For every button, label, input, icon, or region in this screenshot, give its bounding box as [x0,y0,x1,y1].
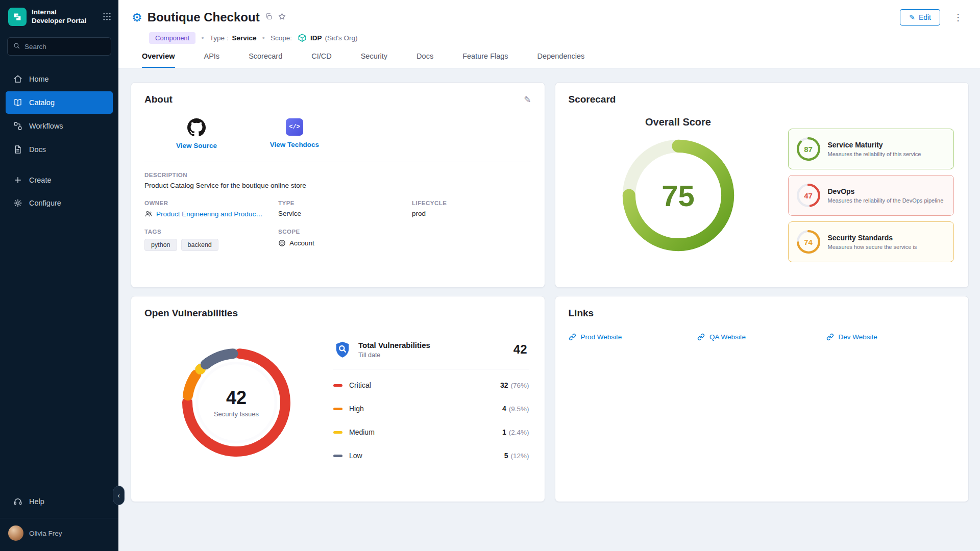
about-edit-pencil-icon[interactable]: ✎ [524,94,531,105]
link-dev-website[interactable]: Dev Website [826,333,955,341]
sidebar-item-docs[interactable]: Docs [6,138,113,161]
edit-button[interactable]: ✎ Edit [900,9,940,26]
vulnerabilities-center-label: Security Issues [214,410,259,418]
app-title: Internal Developer Portal [32,8,97,26]
owner-link[interactable]: Product Engineering and Product... [156,210,263,218]
scorecard-title: Scorecard [569,94,616,105]
check-desc: Measures how secure the service is [828,244,917,250]
tab-security[interactable]: Security [361,52,387,68]
sidebar-item-configure[interactable]: Configure [6,192,113,214]
tab-dependencies[interactable]: Dependencies [537,52,585,68]
scope-section: SCOPE Account [278,229,412,251]
sidebar-item-label: Help [29,497,44,506]
sidebar-item-label: Create [29,176,52,184]
about-divider [144,162,531,162]
tab-scorecard[interactable]: Scorecard [249,52,282,68]
component-badge[interactable]: Component [149,32,195,44]
about-meta-grid: OWNER Product Engineering and Product...… [144,200,531,218]
sidebar-collapse-button[interactable]: ‹ [113,486,125,505]
tab-cicd[interactable]: CI/CD [311,52,331,68]
link-qa-website[interactable]: QA Website [697,333,826,341]
description-label: DESCRIPTION [144,172,531,178]
about-tags-grid: TAGS python backend SCOPE Account [144,229,531,251]
sidebar-item-label: Home [29,75,49,83]
tab-apis[interactable]: APIs [204,52,220,68]
link-prod-website[interactable]: Prod Website [569,333,698,341]
dot-separator: ● [201,35,204,40]
type-section: TYPE Service [278,200,412,218]
component-gear-icon: ⚙ [132,12,142,23]
sidebar-item-workflows[interactable]: Workflows [6,115,113,137]
severity-dash-icon [333,431,342,434]
link-icon [569,333,576,341]
tab-overview[interactable]: Overview [142,52,175,68]
kebab-menu-icon[interactable]: ⋮ [950,12,966,23]
vulnerabilities-summary: Total Vulnerabilities Till date 42 [333,340,529,359]
check-service-maturity[interactable]: 87 Service Maturity Measures the reliabi… [788,129,954,169]
star-icon[interactable] [278,12,286,23]
check-security-standards[interactable]: 74 Security Standards Measures how secur… [788,221,954,262]
avatar [8,525,23,541]
account-scope-icon [278,239,286,247]
owner-label: OWNER [144,200,278,206]
sidebar-item-home[interactable]: Home [6,68,113,90]
vulnerabilities-divider [333,369,529,369]
home-icon [13,74,22,84]
overall-score-label: Overall Score [645,116,711,128]
link-icon [826,333,834,341]
catalog-book-icon [13,98,22,107]
view-source-link[interactable]: View Source [164,118,229,149]
check-devops[interactable]: 47 DevOps Measures the reliability of th… [788,175,954,216]
app-root: Internal Developer Portal Home Catalog W… [0,0,980,551]
description-section: DESCRIPTION Product Catalog Service for … [144,172,531,189]
sidebar-bottom: Help Olivia Frey [0,490,118,551]
sidebar-item-create[interactable]: Create [6,169,113,191]
help-headset-icon [13,497,22,506]
entity-meta-row: Component ● Type : Service ● Scope: IDP … [149,31,966,44]
severity-dash-icon [333,455,342,457]
overall-score-value: 75 [662,179,695,213]
tag-chip[interactable]: python [144,239,177,251]
tab-docs[interactable]: Docs [416,52,433,68]
vulnerabilities-donut: 42 Security Issues [175,341,298,464]
scorecard-card: Scorecard Overall Score [555,82,969,288]
vulnerabilities-summary-total: 42 [513,342,529,357]
check-name: Security Standards [828,234,917,242]
sidebar-search[interactable] [7,37,111,56]
sidebar-item-label: Docs [29,145,46,154]
type-label: TYPE [278,200,412,206]
github-icon [187,118,206,137]
overall-score-donut: 75 [619,136,738,255]
tags-section: TAGS python backend [144,229,278,251]
scope-label: Scope: [271,34,292,42]
severity-dash-icon [333,408,342,410]
logo-glyph [12,11,23,22]
main-area: ⚙ Boutique Checkout ✎ Edit ⋮ Component ● [118,0,980,551]
view-techdocs-link[interactable]: </> View Techdocs [262,118,327,149]
check-desc: Measures the reliability of this service [828,151,921,157]
check-score: 47 [796,183,821,208]
copy-icon[interactable] [265,13,273,22]
tag-chip[interactable]: backend [181,239,218,251]
view-source-label: View Source [176,142,217,149]
sidebar-item-help[interactable]: Help [6,490,113,513]
links-title: Links [569,308,594,319]
tab-feature-flags[interactable]: Feature Flags [462,52,508,68]
page-title: Boutique Checkout [148,10,260,24]
vulnerability-row-low: Low 5 (12%) [333,444,529,467]
people-icon [144,210,153,218]
about-title: About [144,94,173,105]
workflows-icon [13,121,22,131]
vulnerabilities-total: 42 [226,387,247,409]
user-profile[interactable]: Olivia Frey [0,518,118,551]
search-input[interactable] [24,43,106,51]
apps-grid-icon[interactable] [103,12,111,23]
sidebar-item-catalog[interactable]: Catalog [6,91,113,114]
sidebar-actions-group: Create Configure [0,168,118,215]
check-name: Service Maturity [828,141,921,149]
type-label: Type : [210,34,229,42]
shield-scan-icon [333,340,352,359]
about-card: About ✎ View Source </> View Techdocs DE… [131,82,545,288]
overall-score-area: Overall Score [569,105,788,262]
search-icon [13,42,20,52]
